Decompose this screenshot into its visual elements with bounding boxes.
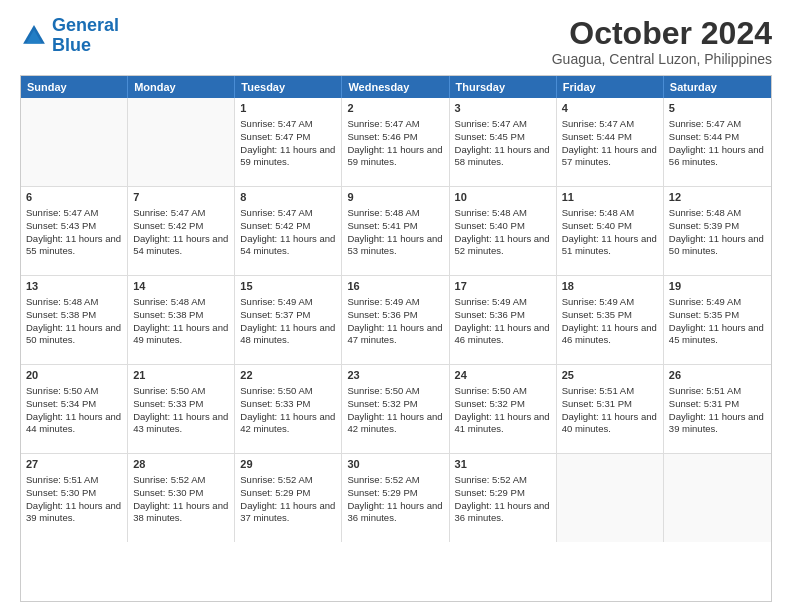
daylight: Daylight: 11 hours and 38 minutes. xyxy=(133,500,228,524)
day-number: 9 xyxy=(347,190,443,205)
day-number: 11 xyxy=(562,190,658,205)
calendar: SundayMondayTuesdayWednesdayThursdayFrid… xyxy=(20,75,772,602)
header-day-thursday: Thursday xyxy=(450,76,557,98)
day-number: 2 xyxy=(347,101,443,116)
title-section: October 2024 Guagua, Central Luzon, Phil… xyxy=(552,16,772,67)
sunset: Sunset: 5:38 PM xyxy=(26,309,96,320)
sunrise: Sunrise: 5:47 AM xyxy=(240,118,312,129)
header-day-tuesday: Tuesday xyxy=(235,76,342,98)
calendar-cell: 3Sunrise: 5:47 AMSunset: 5:45 PMDaylight… xyxy=(450,98,557,186)
calendar-cell: 18Sunrise: 5:49 AMSunset: 5:35 PMDayligh… xyxy=(557,276,664,364)
day-number: 4 xyxy=(562,101,658,116)
header-day-monday: Monday xyxy=(128,76,235,98)
calendar-cell: 13Sunrise: 5:48 AMSunset: 5:38 PMDayligh… xyxy=(21,276,128,364)
sunrise: Sunrise: 5:49 AM xyxy=(562,296,634,307)
sunset: Sunset: 5:29 PM xyxy=(240,487,310,498)
calendar-week-2: 6Sunrise: 5:47 AMSunset: 5:43 PMDaylight… xyxy=(21,187,771,276)
calendar-cell: 20Sunrise: 5:50 AMSunset: 5:34 PMDayligh… xyxy=(21,365,128,453)
day-number: 15 xyxy=(240,279,336,294)
sunrise: Sunrise: 5:52 AM xyxy=(455,474,527,485)
day-number: 1 xyxy=(240,101,336,116)
sunrise: Sunrise: 5:48 AM xyxy=(347,207,419,218)
sunset: Sunset: 5:36 PM xyxy=(455,309,525,320)
sunset: Sunset: 5:44 PM xyxy=(669,131,739,142)
sunrise: Sunrise: 5:51 AM xyxy=(669,385,741,396)
calendar-cell: 21Sunrise: 5:50 AMSunset: 5:33 PMDayligh… xyxy=(128,365,235,453)
daylight: Daylight: 11 hours and 52 minutes. xyxy=(455,233,550,257)
sunrise: Sunrise: 5:47 AM xyxy=(133,207,205,218)
day-number: 29 xyxy=(240,457,336,472)
location: Guagua, Central Luzon, Philippines xyxy=(552,51,772,67)
calendar-cell: 1Sunrise: 5:47 AMSunset: 5:47 PMDaylight… xyxy=(235,98,342,186)
sunset: Sunset: 5:30 PM xyxy=(133,487,203,498)
sunset: Sunset: 5:30 PM xyxy=(26,487,96,498)
sunset: Sunset: 5:29 PM xyxy=(455,487,525,498)
day-number: 14 xyxy=(133,279,229,294)
daylight: Daylight: 11 hours and 39 minutes. xyxy=(26,500,121,524)
day-number: 20 xyxy=(26,368,122,383)
sunrise: Sunrise: 5:51 AM xyxy=(26,474,98,485)
sunset: Sunset: 5:29 PM xyxy=(347,487,417,498)
sunrise: Sunrise: 5:47 AM xyxy=(26,207,98,218)
calendar-header: SundayMondayTuesdayWednesdayThursdayFrid… xyxy=(21,76,771,98)
daylight: Daylight: 11 hours and 42 minutes. xyxy=(347,411,442,435)
day-number: 5 xyxy=(669,101,766,116)
header-day-saturday: Saturday xyxy=(664,76,771,98)
sunrise: Sunrise: 5:48 AM xyxy=(455,207,527,218)
daylight: Daylight: 11 hours and 50 minutes. xyxy=(669,233,764,257)
sunset: Sunset: 5:31 PM xyxy=(669,398,739,409)
sunset: Sunset: 5:34 PM xyxy=(26,398,96,409)
sunset: Sunset: 5:36 PM xyxy=(347,309,417,320)
sunset: Sunset: 5:41 PM xyxy=(347,220,417,231)
sunrise: Sunrise: 5:48 AM xyxy=(133,296,205,307)
sunset: Sunset: 5:32 PM xyxy=(347,398,417,409)
day-number: 27 xyxy=(26,457,122,472)
calendar-cell: 15Sunrise: 5:49 AMSunset: 5:37 PMDayligh… xyxy=(235,276,342,364)
sunrise: Sunrise: 5:47 AM xyxy=(455,118,527,129)
daylight: Daylight: 11 hours and 37 minutes. xyxy=(240,500,335,524)
daylight: Daylight: 11 hours and 43 minutes. xyxy=(133,411,228,435)
sunrise: Sunrise: 5:50 AM xyxy=(26,385,98,396)
daylight: Daylight: 11 hours and 56 minutes. xyxy=(669,144,764,168)
day-number: 22 xyxy=(240,368,336,383)
calendar-week-4: 20Sunrise: 5:50 AMSunset: 5:34 PMDayligh… xyxy=(21,365,771,454)
sunrise: Sunrise: 5:51 AM xyxy=(562,385,634,396)
day-number: 3 xyxy=(455,101,551,116)
calendar-cell: 22Sunrise: 5:50 AMSunset: 5:33 PMDayligh… xyxy=(235,365,342,453)
sunrise: Sunrise: 5:50 AM xyxy=(455,385,527,396)
calendar-cell: 30Sunrise: 5:52 AMSunset: 5:29 PMDayligh… xyxy=(342,454,449,542)
sunset: Sunset: 5:31 PM xyxy=(562,398,632,409)
daylight: Daylight: 11 hours and 48 minutes. xyxy=(240,322,335,346)
sunrise: Sunrise: 5:47 AM xyxy=(347,118,419,129)
daylight: Daylight: 11 hours and 47 minutes. xyxy=(347,322,442,346)
sunset: Sunset: 5:37 PM xyxy=(240,309,310,320)
day-number: 17 xyxy=(455,279,551,294)
calendar-cell: 9Sunrise: 5:48 AMSunset: 5:41 PMDaylight… xyxy=(342,187,449,275)
sunset: Sunset: 5:32 PM xyxy=(455,398,525,409)
sunset: Sunset: 5:39 PM xyxy=(669,220,739,231)
daylight: Daylight: 11 hours and 50 minutes. xyxy=(26,322,121,346)
daylight: Daylight: 11 hours and 36 minutes. xyxy=(347,500,442,524)
sunrise: Sunrise: 5:52 AM xyxy=(240,474,312,485)
calendar-body: 1Sunrise: 5:47 AMSunset: 5:47 PMDaylight… xyxy=(21,98,771,542)
daylight: Daylight: 11 hours and 59 minutes. xyxy=(347,144,442,168)
calendar-cell xyxy=(21,98,128,186)
sunset: Sunset: 5:40 PM xyxy=(562,220,632,231)
calendar-cell xyxy=(664,454,771,542)
calendar-cell: 26Sunrise: 5:51 AMSunset: 5:31 PMDayligh… xyxy=(664,365,771,453)
daylight: Daylight: 11 hours and 41 minutes. xyxy=(455,411,550,435)
calendar-cell xyxy=(557,454,664,542)
calendar-cell: 31Sunrise: 5:52 AMSunset: 5:29 PMDayligh… xyxy=(450,454,557,542)
calendar-cell: 25Sunrise: 5:51 AMSunset: 5:31 PMDayligh… xyxy=(557,365,664,453)
logo-text: General Blue xyxy=(52,16,119,56)
day-number: 30 xyxy=(347,457,443,472)
sunrise: Sunrise: 5:49 AM xyxy=(669,296,741,307)
daylight: Daylight: 11 hours and 46 minutes. xyxy=(562,322,657,346)
calendar-cell: 2Sunrise: 5:47 AMSunset: 5:46 PMDaylight… xyxy=(342,98,449,186)
daylight: Daylight: 11 hours and 55 minutes. xyxy=(26,233,121,257)
calendar-week-5: 27Sunrise: 5:51 AMSunset: 5:30 PMDayligh… xyxy=(21,454,771,542)
daylight: Daylight: 11 hours and 45 minutes. xyxy=(669,322,764,346)
day-number: 25 xyxy=(562,368,658,383)
header-day-wednesday: Wednesday xyxy=(342,76,449,98)
daylight: Daylight: 11 hours and 59 minutes. xyxy=(240,144,335,168)
